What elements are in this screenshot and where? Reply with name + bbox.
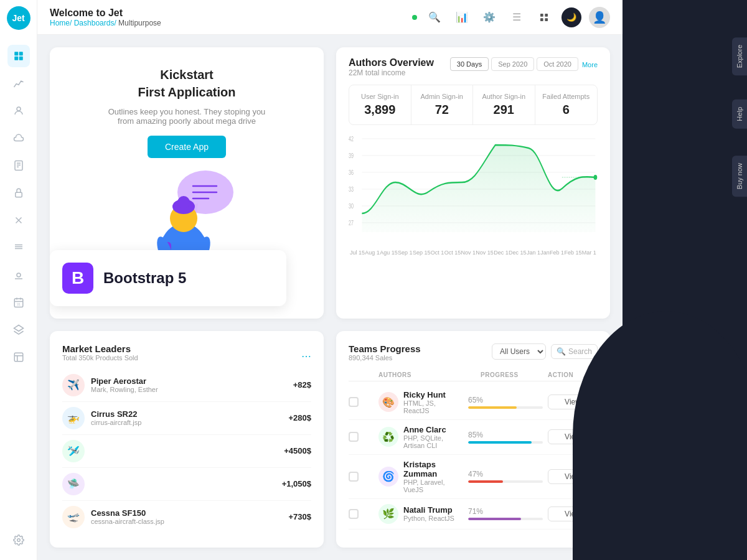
authors-chart: 42 39 36 33 30 27: [349, 133, 598, 269]
dark-mode-toggle[interactable]: 🌙: [561, 7, 581, 27]
team-row-kristaps: 🌀 Kristaps Zumman PHP, Laravel, VueJS 47…: [349, 455, 598, 499]
svg-text:42: 42: [349, 136, 354, 143]
author-kristaps: 🌀 Kristaps Zumman PHP, Laravel, VueJS: [378, 460, 463, 493]
search-icon: 🔍: [557, 347, 566, 356]
sidebar-item-report[interactable]: [7, 154, 30, 177]
logo-text: Jet: [12, 13, 24, 23]
market-item-4: 🛸 +1,050$: [62, 468, 311, 501]
main-wrapper: Welcome to Jet Home/ Dashboards/ Multipu…: [37, 0, 622, 560]
svg-rect-2: [14, 57, 18, 60]
authors-tabs: 30 Days Sep 2020 Oct 2020 More: [450, 57, 598, 71]
market-info-cirrus: Cirrus SR22 cirrus-aircraft.jsp: [91, 409, 288, 426]
svg-rect-30: [545, 18, 548, 21]
teams-subtitle: 890,344 Sales: [349, 354, 421, 362]
stat-failed-attempts: Failed Attempts 6: [535, 85, 598, 124]
search-placeholder: Search: [568, 347, 592, 356]
checkbox-anne[interactable]: [349, 432, 359, 442]
progress-bar-kristaps: [468, 480, 503, 483]
kickstart-card: Kickstart First Application Outlines kee…: [50, 47, 324, 319]
bootstrap-icon: B: [62, 263, 93, 294]
tab-sep2020[interactable]: Sep 2020: [491, 57, 534, 71]
kickstart-description: Outlines keep you honest. They stoping y…: [100, 107, 274, 126]
market-item-cessna: 🛫 Cessna SF150 cessna-aircraft-class.jsp…: [62, 501, 311, 533]
team-row-natali: 🌿 Natali Trump Python, ReactJS 71% View: [349, 499, 598, 530]
sidebar-item-users[interactable]: [7, 100, 30, 122]
market-leaders-card: Market Leaders Total 350k Products Sold …: [50, 331, 324, 548]
svg-point-26: [17, 539, 20, 542]
stats-row: User Sign-in 3,899 Admin Sign-in 72 Auth…: [349, 85, 598, 125]
help-tab[interactable]: Help: [732, 100, 747, 129]
team-row-ricky: 🎨 Ricky Hunt HTML, JS, ReactJS 65% View: [349, 385, 598, 420]
tab-oct2020[interactable]: Oct 2020: [537, 57, 578, 71]
svg-rect-1: [19, 52, 22, 55]
sidebar-item-lock[interactable]: [7, 182, 30, 204]
authors-header: Authors Overview 22M total income 30 Day…: [349, 57, 598, 77]
sidebar-item-analytics[interactable]: [7, 72, 30, 95]
svg-rect-27: [540, 14, 543, 17]
authors-title: Authors Overview: [349, 57, 434, 68]
apps-icon[interactable]: [534, 7, 554, 27]
kickstart-title: Kickstart First Application: [138, 66, 235, 101]
sidebar-item-layers[interactable]: [7, 319, 30, 341]
market-value-cirrus: +280$: [288, 413, 311, 422]
svg-text:27: 27: [349, 220, 354, 227]
svg-point-39: [177, 196, 190, 208]
progress-bar-natali: [468, 518, 521, 520]
progress-ricky: 65%: [468, 396, 543, 409]
right-panel: Explore Help Buy now: [622, 0, 747, 560]
header-title-section: Welcome to Jet Home/ Dashboards/ Multipu…: [50, 7, 161, 27]
sidebar-item-list[interactable]: [7, 236, 30, 259]
market-info-cessna: Cessna SF150 cessna-aircraft-class.jsp: [91, 508, 288, 525]
market-logo-cirrus: 🚁: [62, 407, 85, 429]
svg-rect-23: [14, 353, 23, 362]
sidebar-item-settings[interactable]: [7, 529, 30, 551]
svg-point-15: [17, 273, 21, 277]
menu-icon[interactable]: ☰: [507, 7, 527, 27]
market-title: Market Leaders: [62, 343, 138, 354]
teams-table-header: AUTHORS PROGRESS ACTION: [349, 369, 598, 381]
market-logo-4: 🛸: [62, 473, 85, 495]
dark-shape: [573, 311, 747, 560]
chart-icon[interactable]: 📊: [452, 7, 472, 27]
sidebar-item-calendar[interactable]: 31: [7, 291, 30, 314]
market-item-piper: ✈️ Piper Aerostar Mark, Rowling, Esther …: [62, 369, 311, 402]
app-logo[interactable]: Jet: [7, 6, 31, 30]
checkbox-natali[interactable]: [349, 509, 359, 519]
author-anne: ♻️ Anne Clarc PHP, SQLite, Artisan CLI: [378, 425, 463, 449]
author-natali: 🌿 Natali Trump Python, ReactJS: [378, 504, 463, 524]
sidebar: Jet 31: [0, 0, 37, 560]
sidebar-item-cloud[interactable]: [7, 127, 30, 149]
buynow-tab[interactable]: Buy now: [732, 156, 747, 197]
svg-rect-28: [545, 14, 548, 17]
grid-icon[interactable]: ⚙️: [479, 7, 499, 27]
market-subtitle: Total 350k Products Sold: [62, 354, 138, 362]
market-info-piper: Piper Aerostar Mark, Rowling, Esther: [91, 376, 293, 393]
bootstrap-overlay: B Bootstrap 5: [50, 250, 286, 306]
svg-rect-9: [15, 192, 22, 197]
market-more-button[interactable]: ⋯: [301, 350, 311, 362]
header: Welcome to Jet Home/ Dashboards/ Multipu…: [37, 0, 622, 35]
content-area: Kickstart First Application Outlines kee…: [37, 35, 622, 560]
explore-tab[interactable]: Explore: [732, 37, 747, 75]
sidebar-item-download[interactable]: [7, 264, 30, 286]
all-users-select[interactable]: All Users: [492, 343, 546, 360]
sidebar-item-dashboard[interactable]: [7, 45, 30, 67]
checkbox-kristaps[interactable]: [349, 472, 359, 482]
user-avatar[interactable]: 👤: [589, 7, 610, 28]
market-logo-piper: ✈️: [62, 374, 85, 396]
tab-30days[interactable]: 30 Days: [450, 57, 489, 71]
search-control: 🔍 Search: [551, 344, 598, 359]
create-app-button[interactable]: Create App: [148, 136, 226, 158]
author-ricky: 🎨 Ricky Hunt HTML, JS, ReactJS: [378, 390, 463, 414]
market-value-4: +1,050$: [282, 479, 311, 488]
more-link[interactable]: More: [582, 61, 598, 68]
search-icon[interactable]: 🔍: [425, 7, 444, 27]
teams-header: Teams Progress 890,344 Sales All Users 🔍…: [349, 343, 598, 369]
sidebar-item-close[interactable]: [7, 209, 30, 231]
svg-rect-29: [540, 18, 543, 21]
sidebar-item-template[interactable]: [7, 346, 30, 368]
market-item-3: 🛩️ +4500$: [62, 435, 311, 468]
market-value-piper: +82$: [293, 380, 311, 390]
checkbox-ricky[interactable]: [349, 397, 359, 407]
stat-admin-signin: Admin Sign-in 72: [411, 85, 474, 124]
